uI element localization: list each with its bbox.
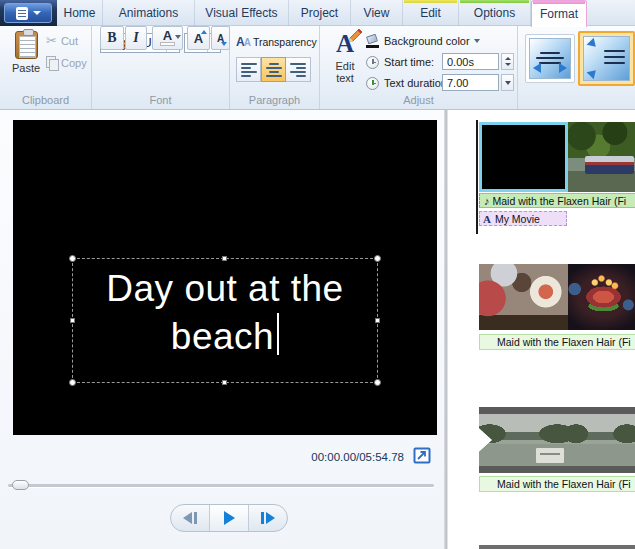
- clip-thumbnail: [568, 264, 635, 330]
- caption-line-1: Day out at the: [106, 268, 343, 309]
- start-time-spinner[interactable]: [501, 53, 514, 70]
- storyboard-video-clip-river[interactable]: [479, 407, 568, 473]
- font-color-button[interactable]: A: [152, 26, 183, 50]
- video-preview[interactable]: Day out at the beach: [13, 120, 437, 435]
- copy-label: Copy: [61, 57, 87, 69]
- tab-label: View: [364, 6, 390, 20]
- music-track-label: Maid with the Flaxen Hair (Fi: [497, 336, 631, 348]
- boat-shape: [536, 448, 564, 463]
- arrow-left-icon: [533, 63, 541, 73]
- tab-project[interactable]: Project: [289, 0, 351, 26]
- transparency-button[interactable]: AA Transparency: [234, 32, 316, 52]
- paste-label: Paste: [12, 62, 40, 74]
- tab-options[interactable]: Options: [459, 0, 531, 26]
- playhead-indicator[interactable]: [476, 120, 478, 234]
- font-group: Segoe UI 48 B I A A A Font: [92, 26, 230, 109]
- paste-icon: [15, 31, 38, 59]
- copy-icon: [46, 56, 57, 69]
- music-track-bar[interactable]: ♪ Maid with the Flaxen Hair (Fi: [479, 193, 635, 208]
- play-button[interactable]: [209, 505, 248, 531]
- music-track-label: Maid with the Flaxen Hair (Fi: [497, 478, 631, 490]
- grow-font-button[interactable]: A: [187, 26, 210, 50]
- title-text-box[interactable]: Day out at the beach: [72, 258, 378, 383]
- tab-label: Animations: [119, 6, 178, 20]
- scissors-icon: ✂: [46, 34, 57, 47]
- storyboard-video-clip-canal[interactable]: [568, 122, 635, 192]
- align-left-icon: [241, 63, 257, 77]
- app-menu-zone: [0, 0, 57, 26]
- chevron-down-icon: [33, 11, 41, 15]
- resize-handle-w[interactable]: [70, 318, 75, 323]
- paste-button[interactable]: Paste: [6, 29, 46, 93]
- tab-label: Home: [63, 6, 95, 20]
- edit-text-button[interactable]: A Edit text: [326, 28, 364, 94]
- adjust-group: A Edit text Background color Start time:…: [320, 26, 518, 109]
- text-effect-option-1[interactable]: [525, 34, 575, 83]
- music-track-label: Maid with the Flaxen Hair (Fi: [493, 195, 627, 207]
- arrow-right-icon: [559, 63, 567, 73]
- text-duration-field[interactable]: 7.00: [442, 74, 499, 91]
- text-effect-option-2-selected[interactable]: [578, 31, 635, 86]
- text-track-icon: A: [483, 213, 491, 225]
- tab-view[interactable]: View: [351, 0, 403, 26]
- music-track-bar[interactable]: Maid with the Flaxen Hair (Fi: [479, 476, 635, 492]
- align-center-button[interactable]: [261, 57, 286, 82]
- chevron-down-icon: [474, 39, 480, 43]
- fullscreen-button[interactable]: [413, 447, 431, 464]
- shrink-font-button[interactable]: A: [211, 26, 230, 50]
- seek-bar[interactable]: [8, 484, 434, 487]
- bold-button[interactable]: B: [100, 26, 124, 50]
- tab-home[interactable]: Home: [57, 0, 103, 26]
- tab-list: Home Animations Visual Effects Project V…: [57, 0, 587, 26]
- music-track-bar[interactable]: Maid with the Flaxen Hair (Fi: [479, 334, 635, 350]
- previous-frame-button[interactable]: [171, 505, 209, 531]
- playback-controls: [170, 504, 288, 532]
- seek-handle[interactable]: [12, 480, 29, 490]
- storyboard-panel: ♪ Maid with the Flaxen Hair (Fi A My Mov…: [448, 110, 635, 549]
- text-tools-strip: [533, 1, 585, 4]
- storyboard-video-clip-river-2[interactable]: [568, 407, 635, 473]
- tab-format[interactable]: Format: [531, 0, 587, 27]
- align-left-button[interactable]: [236, 57, 261, 82]
- align-right-button[interactable]: [286, 57, 311, 82]
- next-row-clip-edge: [479, 545, 635, 549]
- resize-handle-ne[interactable]: [374, 255, 381, 262]
- background-color-label: Background color: [384, 35, 470, 47]
- previous-frame-icon: [183, 512, 192, 524]
- italic-button[interactable]: I: [125, 26, 147, 50]
- bold-icon: B: [107, 30, 116, 46]
- effects-gallery: [518, 26, 635, 109]
- resize-handle-sw[interactable]: [69, 379, 76, 386]
- app-menu-button[interactable]: [4, 3, 52, 23]
- caret-down-icon: [221, 42, 227, 46]
- paint-bucket-icon: [366, 34, 380, 48]
- caret-up-icon: [201, 30, 207, 34]
- copy-button[interactable]: Copy: [46, 56, 87, 69]
- text-track-bar[interactable]: A My Movie: [479, 211, 567, 226]
- resize-handle-n[interactable]: [222, 256, 227, 261]
- resize-handle-e[interactable]: [375, 318, 380, 323]
- tab-animations[interactable]: Animations: [103, 0, 195, 26]
- storyboard-video-clip-cake[interactable]: [568, 264, 635, 330]
- resize-handle-nw[interactable]: [69, 255, 76, 262]
- tab-edit[interactable]: Edit: [403, 0, 459, 26]
- next-frame-button[interactable]: [248, 505, 287, 531]
- ribbon: Paste ✂ Cut Copy Clipboard Segoe UI 48 B…: [0, 26, 635, 110]
- start-time-field[interactable]: 0.00s: [442, 53, 499, 70]
- music-tools-strip: [460, 0, 529, 3]
- title-caption[interactable]: Day out at the beach: [73, 265, 377, 361]
- storyboard-title-clip-selected[interactable]: [479, 122, 568, 192]
- transparency-icon: AA: [236, 35, 250, 49]
- tab-visual-effects[interactable]: Visual Effects: [195, 0, 289, 26]
- text-duration-dropdown[interactable]: [501, 74, 514, 91]
- paragraph-group: AA Transparency Paragraph: [230, 26, 320, 109]
- storyboard-video-clip-birthday[interactable]: [479, 264, 568, 330]
- clip-thumbnail: [479, 414, 568, 466]
- background-color-button[interactable]: Background color: [366, 32, 480, 50]
- clip-thumbnail: [479, 264, 568, 330]
- resize-handle-s[interactable]: [222, 380, 227, 385]
- music-note-icon: ♪: [484, 195, 490, 207]
- menu-icon: [16, 7, 28, 20]
- resize-handle-se[interactable]: [374, 379, 381, 386]
- cut-button[interactable]: ✂ Cut: [46, 34, 78, 47]
